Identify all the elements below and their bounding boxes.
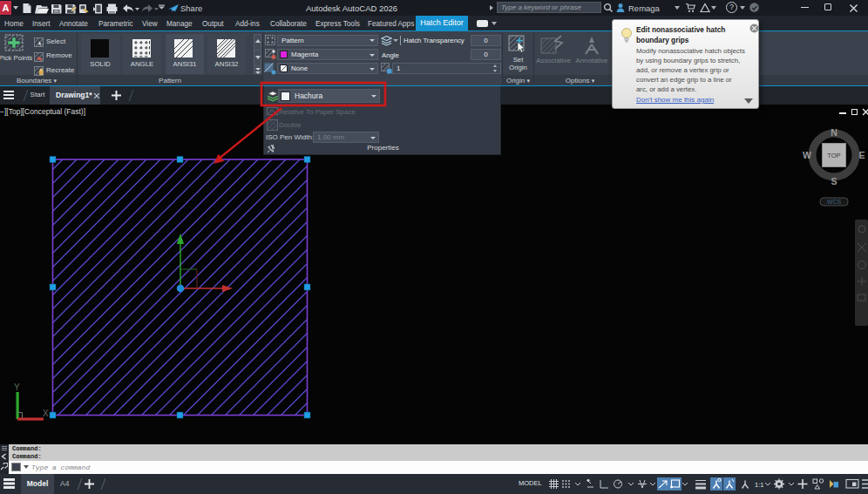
svg-text:X: X <box>43 409 49 418</box>
svg-text:1:1: 1:1 <box>755 481 763 489</box>
svg-text:S: S <box>831 176 837 186</box>
svg-text:TOP: TOP <box>827 152 840 159</box>
svg-text:N: N <box>831 127 837 138</box>
svg-text:E: E <box>858 150 865 160</box>
svg-text:W: W <box>803 150 811 160</box>
svg-text:Y: Y <box>14 382 20 392</box>
svg-text:WCS: WCS <box>827 199 842 205</box>
